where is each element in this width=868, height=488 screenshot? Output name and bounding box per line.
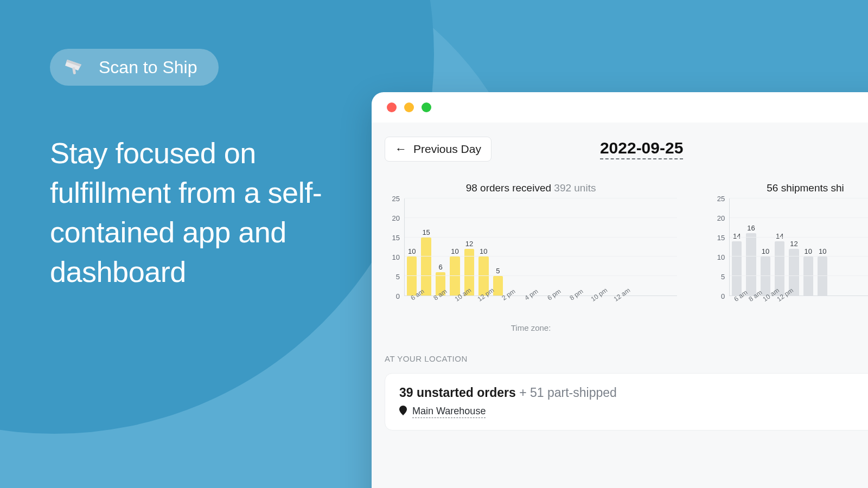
shipments-chart-title-main: 56 shipments shi <box>767 182 844 194</box>
shipments-chart-plotarea: 14161014121010 <box>729 198 868 296</box>
date-picker[interactable]: 2022-09-25 <box>600 139 683 159</box>
orders-chart-plotarea: 101561012105 <box>404 198 677 296</box>
traffic-minimize-icon[interactable] <box>404 102 414 112</box>
map-pin-icon <box>399 406 407 418</box>
timezone-label-right: Ti <box>710 323 868 332</box>
orders-received-chart: 98 orders received 392 units 0510152025 … <box>385 182 677 332</box>
previous-day-label: Previous Day <box>413 143 481 156</box>
orders-chart-title-main: 98 orders received <box>466 182 554 194</box>
unstarted-orders-card[interactable]: 39 unstarted orders + 51 part-shipped Ma… <box>385 373 868 431</box>
unstarted-orders-title: 39 unstarted orders + 51 part-shipped <box>399 386 868 400</box>
shipments-chart-yaxis: 0510152025 <box>710 198 727 296</box>
shipments-chart: 56 shipments shi 0510152025 141610141210… <box>710 182 868 332</box>
promo-pill-label: Scan to Ship <box>99 57 197 78</box>
orders-chart-title-muted: 392 units <box>554 182 596 194</box>
traffic-close-icon[interactable] <box>387 102 397 112</box>
timezone-label: Time zone: <box>385 323 677 332</box>
scanner-icon <box>62 55 86 79</box>
orders-chart-yaxis: 0510152025 <box>385 198 402 296</box>
previous-day-button[interactable]: ← Previous Day <box>385 137 492 162</box>
orders-chart-xaxis: 6 am8 am10 am12 pm2 pm4 pm6 pm8 pm10 pm1… <box>404 296 677 307</box>
promo-pill: Scan to Ship <box>50 49 219 86</box>
app-window: ← Previous Day 2022-09-25 98 orders rece… <box>372 92 868 488</box>
arrow-left-icon: ← <box>395 143 407 155</box>
window-titlebar <box>372 92 868 123</box>
orders-chart-title: 98 orders received 392 units <box>385 182 677 194</box>
promo-headline: Stay focused on fulfillment from a self-… <box>50 133 332 292</box>
shipments-chart-title: 56 shipments shi <box>710 182 868 194</box>
at-your-location-label: AT YOUR LOCATION <box>385 354 868 363</box>
shipments-chart-xaxis: 6 am8 am10 am12 pm <box>729 296 868 307</box>
location-selector[interactable]: Main Warehouse <box>399 406 486 418</box>
traffic-zoom-icon[interactable] <box>422 102 431 112</box>
unstarted-count: 39 unstarted orders <box>399 386 516 400</box>
location-name: Main Warehouse <box>412 406 486 418</box>
part-shipped-count: + 51 part-shipped <box>516 386 617 400</box>
